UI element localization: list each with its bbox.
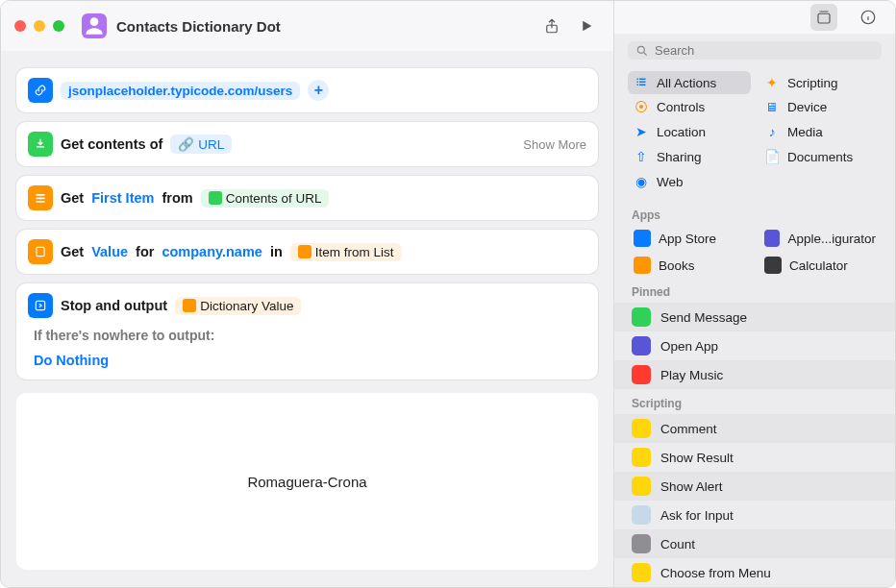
svg-rect-3 bbox=[36, 197, 44, 199]
category-web[interactable]: ◉Web bbox=[628, 170, 751, 193]
scripting-item-comment[interactable]: Comment bbox=[614, 414, 895, 443]
category-documents[interactable]: 📄Documents bbox=[759, 145, 882, 168]
action-icon bbox=[632, 563, 651, 582]
output-result-text: Romaguera-Crona bbox=[247, 474, 366, 490]
link-icon bbox=[28, 78, 53, 103]
app-apple-igurator[interactable]: Apple...igurator bbox=[759, 226, 882, 251]
get-value-source-token[interactable]: Item from List bbox=[290, 243, 402, 261]
stop-output-label: Stop and output bbox=[61, 298, 167, 313]
category-all-actions[interactable]: All Actions bbox=[628, 71, 751, 94]
music-icon: ♪ bbox=[764, 125, 780, 139]
doc-icon: 📄 bbox=[764, 149, 780, 164]
get-item-selector[interactable]: First Item bbox=[91, 190, 154, 206]
get-value-get: Get bbox=[61, 244, 84, 259]
search-icon bbox=[635, 44, 649, 58]
scripting-section-header: Scripting bbox=[614, 389, 895, 414]
list-icon bbox=[634, 76, 649, 90]
show-more-button[interactable]: Show More bbox=[523, 137, 586, 152]
output-icon bbox=[28, 293, 53, 318]
category-location[interactable]: ➤Location bbox=[628, 120, 751, 143]
get-value-for: for bbox=[136, 244, 154, 259]
window-controls bbox=[14, 20, 64, 32]
download-icon bbox=[28, 132, 53, 157]
svg-rect-2 bbox=[36, 194, 44, 196]
add-url-button[interactable]: + bbox=[308, 80, 329, 101]
pinned-item-play-music[interactable]: Play Music bbox=[614, 360, 895, 389]
url-action-card[interactable]: jsonplaceholder.typicode.com/users + bbox=[16, 68, 598, 112]
scripting-item-show-alert[interactable]: Show Alert bbox=[614, 472, 895, 501]
get-item-source-token[interactable]: Contents of URL bbox=[201, 189, 330, 208]
category-device[interactable]: 🖥Device bbox=[759, 96, 882, 118]
action-icon bbox=[632, 505, 651, 525]
apps-section-header: Apps bbox=[614, 201, 895, 226]
action-icon bbox=[632, 419, 651, 438]
action-icon bbox=[632, 477, 651, 496]
stop-output-if-text: If there's nowhere to output: bbox=[28, 324, 216, 345]
share-icon: ⇧ bbox=[634, 149, 649, 164]
scripting-item-choose-from-menu[interactable]: Choose from Menu bbox=[614, 558, 895, 587]
get-value-action-card[interactable]: Get Value for company.name in Item from … bbox=[16, 230, 598, 274]
app-books[interactable]: Books bbox=[628, 253, 751, 278]
zoom-window-button[interactable] bbox=[53, 20, 64, 32]
app-app-store[interactable]: App Store bbox=[628, 226, 751, 251]
run-button[interactable] bbox=[573, 12, 600, 39]
info-button[interactable] bbox=[855, 4, 882, 31]
pinned-section-header: Pinned bbox=[614, 278, 895, 303]
titlebar: Contacts Dictionary Dot bbox=[1, 1, 613, 51]
app-calculator[interactable]: Calculator bbox=[759, 253, 882, 278]
actions-sidebar: All Actions✦Scripting⦿Controls🖥Device➤Lo… bbox=[613, 1, 895, 587]
app-icon bbox=[764, 257, 782, 274]
workflow-canvas: jsonplaceholder.typicode.com/users + Get… bbox=[1, 51, 613, 587]
scripting-item-ask-for-input[interactable]: Ask for Input bbox=[614, 501, 895, 529]
svg-rect-13 bbox=[639, 81, 646, 83]
url-field[interactable]: jsonplaceholder.typicode.com/users bbox=[61, 82, 300, 100]
share-button[interactable] bbox=[538, 12, 565, 39]
pinned-item-send-message[interactable]: Send Message bbox=[614, 303, 895, 331]
svg-rect-5 bbox=[37, 247, 44, 256]
app-icon bbox=[764, 230, 780, 247]
svg-rect-12 bbox=[637, 81, 639, 83]
action-icon bbox=[632, 534, 651, 553]
search-input[interactable] bbox=[655, 43, 874, 58]
app-icon bbox=[634, 257, 651, 274]
category-sharing[interactable]: ⇧Sharing bbox=[628, 145, 751, 168]
stop-output-token[interactable]: Dictionary Value bbox=[175, 297, 301, 315]
switch-icon: ⦿ bbox=[634, 100, 649, 114]
category-scripting[interactable]: ✦Scripting bbox=[759, 71, 882, 94]
stop-output-do-nothing[interactable]: Do Nothing bbox=[28, 351, 114, 370]
scripting-item-show-result[interactable]: Show Result bbox=[614, 443, 895, 472]
shortcut-app-icon bbox=[82, 13, 107, 38]
get-item-from: from bbox=[162, 190, 192, 206]
get-value-value[interactable]: Value bbox=[91, 244, 128, 259]
get-contents-action-card[interactable]: Get contents of 🔗 URL Show More bbox=[16, 122, 598, 166]
library-button[interactable] bbox=[810, 4, 837, 31]
svg-point-0 bbox=[90, 17, 99, 26]
scripting-item-count[interactable]: Count bbox=[614, 529, 895, 558]
list-item-icon bbox=[28, 185, 53, 210]
close-window-button[interactable] bbox=[14, 20, 26, 32]
action-icon bbox=[632, 448, 651, 467]
category-controls[interactable]: ⦿Controls bbox=[628, 96, 751, 118]
wand-icon: ✦ bbox=[764, 75, 780, 90]
minimize-window-button[interactable] bbox=[34, 20, 45, 32]
get-item-action-card[interactable]: Get First Item from Contents of URL bbox=[16, 176, 598, 220]
svg-rect-6 bbox=[36, 301, 44, 309]
action-icon bbox=[632, 365, 651, 384]
stop-output-action-card[interactable]: Stop and output Dictionary Value If ther… bbox=[16, 283, 598, 380]
svg-point-9 bbox=[637, 46, 644, 53]
shortcut-title: Contacts Dictionary Dot bbox=[116, 18, 281, 35]
svg-rect-11 bbox=[639, 78, 646, 80]
get-contents-label: Get contents of bbox=[61, 136, 162, 152]
get-value-key[interactable]: company.name bbox=[162, 244, 262, 259]
get-contents-token[interactable]: 🔗 URL bbox=[170, 135, 232, 154]
pinned-item-open-app[interactable]: Open App bbox=[614, 331, 895, 360]
svg-rect-15 bbox=[639, 84, 646, 86]
search-field[interactable] bbox=[628, 41, 882, 60]
app-icon bbox=[634, 230, 651, 247]
dictionary-icon bbox=[28, 239, 53, 264]
output-result-panel: Romaguera-Crona bbox=[16, 393, 598, 570]
globe-icon: ◉ bbox=[634, 174, 649, 189]
svg-rect-10 bbox=[637, 78, 639, 80]
category-media[interactable]: ♪Media bbox=[759, 120, 882, 143]
arrow-icon: ➤ bbox=[634, 124, 649, 139]
